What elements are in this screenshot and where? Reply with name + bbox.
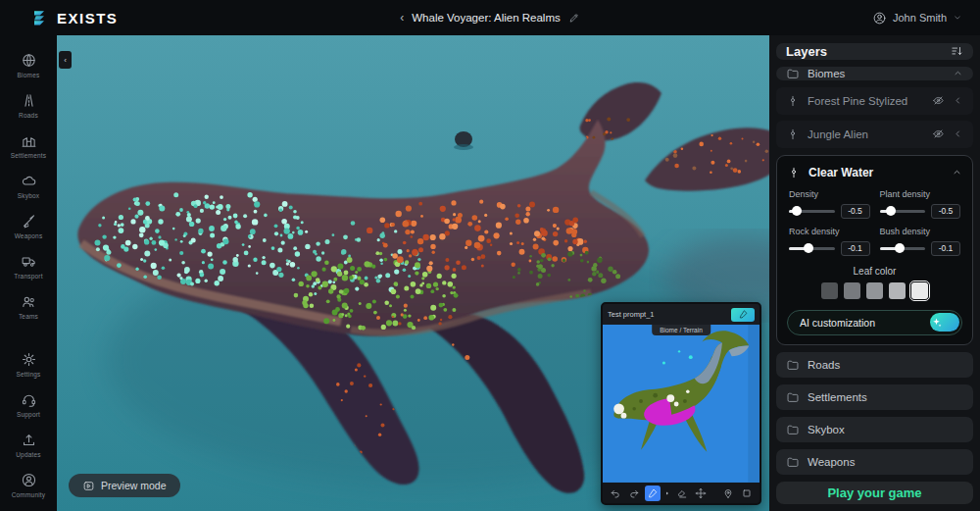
- layer-name: Forest Pine Stylized: [808, 95, 924, 107]
- ai-customization-input[interactable]: AI customization: [787, 310, 962, 335]
- sidebar-spacer: [0, 327, 57, 344]
- chevron-left-icon[interactable]: [953, 95, 963, 106]
- leaf-color-swatch[interactable]: [911, 282, 928, 299]
- minimap-mode-tab[interactable]: Biome / Terrain: [652, 325, 710, 335]
- sparkle-icon: [930, 316, 959, 329]
- layer-clear-water-label: Clear Water: [808, 166, 944, 179]
- layers-panel-header: Layers: [776, 43, 973, 60]
- redo-tool[interactable]: [626, 485, 642, 501]
- slider-track[interactable]: [789, 247, 835, 250]
- section-biomes[interactable]: Biomes: [776, 67, 973, 80]
- layer-order-icon[interactable]: [950, 44, 963, 58]
- slider-thumb[interactable]: [792, 206, 802, 216]
- viewport-3d[interactable]: ‹ Preview mode Test prompt_1 Biome / Ter…: [57, 35, 769, 511]
- visibility-eye-off-icon[interactable]: [932, 128, 945, 140]
- truck-icon: [21, 253, 37, 270]
- biome-layer-list: Forest Pine StylizedJungle Alien: [776, 87, 973, 148]
- sidebar-item-label: Weapons: [15, 232, 43, 239]
- user-menu[interactable]: John Smith: [872, 11, 962, 26]
- section-skybox[interactable]: Skybox: [776, 417, 973, 442]
- brush-caret-tool[interactable]: [663, 485, 671, 501]
- leaf-color-swatch[interactable]: [889, 282, 906, 299]
- slider-thumb[interactable]: [895, 243, 905, 253]
- cloud-icon: [21, 173, 37, 189]
- sidebar-item-updates[interactable]: Updates: [0, 425, 57, 465]
- brand[interactable]: EXISTS: [29, 8, 118, 27]
- brush-magic-icon: [738, 309, 749, 320]
- globe-person-icon: [21, 472, 37, 488]
- sidebar-item-teams[interactable]: Teams: [0, 286, 57, 327]
- slider-value[interactable]: -0.5: [841, 204, 870, 219]
- leaf-color-swatches: [789, 282, 960, 299]
- sidebar-item-label: Roads: [19, 112, 38, 119]
- people-icon: [21, 293, 37, 310]
- slider-value[interactable]: -0.1: [841, 241, 870, 256]
- top-bar: EXISTS ‹ Whale Voyager: Alien Realms Joh…: [0, 0, 980, 35]
- layers-panel: Layers Biomes Forest Pine StylizedJungle…: [769, 35, 980, 511]
- sidebar-item-settings[interactable]: Settings: [0, 344, 57, 384]
- section-label: Weapons: [808, 456, 963, 468]
- layer-row[interactable]: Jungle Alien: [776, 121, 973, 148]
- slider-thumb[interactable]: [886, 206, 896, 216]
- sidebar-item-support[interactable]: Support: [0, 384, 57, 425]
- sidebar-collapse-handle[interactable]: ‹: [59, 51, 72, 69]
- minimap-map-area[interactable]: Biome / Terrain: [603, 325, 760, 483]
- minimap-panel: Test prompt_1 Biome / Terrain: [601, 302, 761, 505]
- sidebar-item-biomes[interactable]: Biomes: [0, 45, 57, 85]
- leaf-color-swatch[interactable]: [844, 282, 860, 299]
- leaf-color-swatch[interactable]: [866, 282, 883, 299]
- folder-icon: [786, 67, 800, 80]
- sword-icon: [21, 213, 37, 230]
- section-settlements[interactable]: Settlements: [776, 384, 973, 410]
- slider-label: Plant density: [880, 189, 961, 199]
- preview-icon: [82, 480, 95, 492]
- slider-value[interactable]: -0.5: [931, 204, 960, 219]
- slider-track[interactable]: [789, 210, 835, 213]
- chevron-left-icon[interactable]: [953, 128, 963, 139]
- slider-plant-density: Plant density-0.5: [880, 189, 961, 219]
- pin-tool[interactable]: [720, 485, 736, 501]
- chevron-down-icon: [953, 13, 962, 23]
- slider-track[interactable]: [880, 210, 926, 213]
- sidebar-item-label: Support: [17, 411, 40, 418]
- clear-water-panel: Clear Water Density-0.5Plant density-0.5…: [776, 155, 973, 345]
- sidebar-item-transport[interactable]: Transport: [0, 246, 57, 286]
- slider-density: Density-0.5: [789, 189, 870, 219]
- minimap-generate-button[interactable]: [731, 308, 755, 322]
- layer-row[interactable]: Forest Pine Stylized: [776, 87, 973, 115]
- sidebar-item-settlements[interactable]: Settlements: [0, 126, 57, 166]
- slider-thumb[interactable]: [804, 243, 813, 253]
- document-title-group: ‹ Whale Voyager: Alien Realms: [0, 11, 980, 25]
- section-roads[interactable]: Roads: [776, 352, 973, 378]
- sidebar-item-community[interactable]: Community: [0, 465, 57, 505]
- back-chevron-icon[interactable]: ‹: [400, 11, 404, 25]
- preview-mode-label: Preview mode: [101, 480, 167, 491]
- layer-clear-water-header[interactable]: Clear Water: [777, 158, 972, 187]
- chevron-up-icon: [953, 68, 963, 78]
- sidebar-item-label: Settlements: [11, 152, 47, 159]
- square-tool[interactable]: [739, 485, 755, 501]
- play-your-game-button[interactable]: Play your game: [776, 482, 973, 504]
- leaf-color-swatch[interactable]: [821, 282, 838, 299]
- ai-generate-button[interactable]: [930, 313, 959, 332]
- move-tool[interactable]: [693, 485, 709, 501]
- edit-title-pencil-icon[interactable]: [568, 12, 580, 24]
- sidebar-item-skybox[interactable]: Skybox: [0, 166, 57, 206]
- slider-track[interactable]: [880, 247, 926, 250]
- main-area: BiomesRoadsSettlementsSkyboxWeaponsTrans…: [0, 35, 980, 511]
- leaf-color-label: Leaf color: [789, 266, 960, 277]
- brand-name: EXISTS: [57, 10, 118, 26]
- section-weapons[interactable]: Weapons: [776, 449, 973, 475]
- eraser-tool[interactable]: [674, 485, 690, 501]
- undo-tool[interactable]: [608, 485, 623, 501]
- visibility-eye-off-icon[interactable]: [932, 94, 945, 107]
- sidebar-item-weapons[interactable]: Weapons: [0, 206, 57, 246]
- preview-mode-button[interactable]: Preview mode: [69, 474, 180, 497]
- buildings-icon: [21, 132, 37, 149]
- brush-tool[interactable]: [645, 485, 661, 501]
- sidebar-item-roads[interactable]: Roads: [0, 85, 57, 126]
- globe-icon: [21, 52, 37, 69]
- slider-value[interactable]: -0.1: [931, 241, 960, 256]
- minimap-prompt-label[interactable]: Test prompt_1: [608, 310, 727, 319]
- folder-icon: [786, 390, 800, 404]
